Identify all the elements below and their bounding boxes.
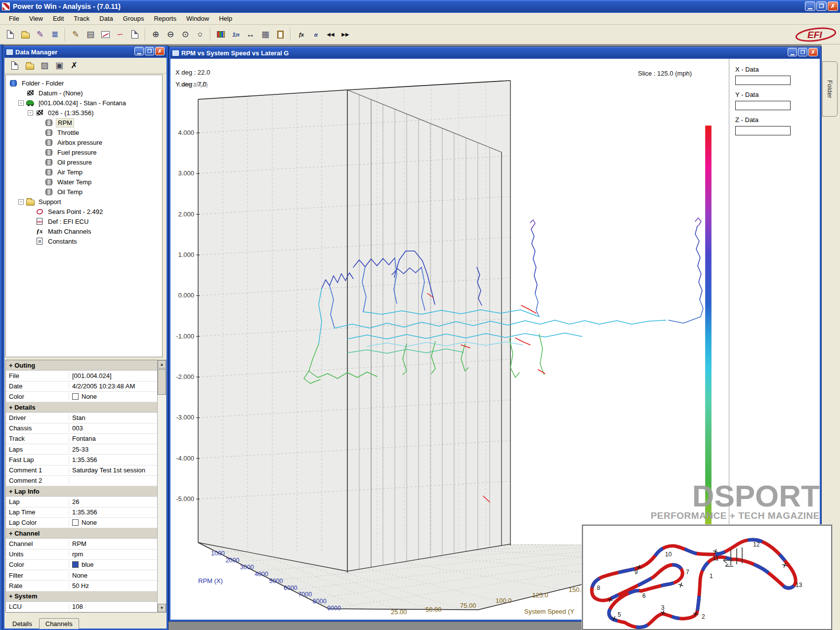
menu-track[interactable]: Track — [69, 13, 94, 24]
grid-row-laps[interactable]: Laps25-33 — [6, 444, 163, 455]
grid-row-rate[interactable]: Rate50 Hz — [6, 581, 163, 591]
menu-edit[interactable]: Edit — [48, 13, 69, 24]
menu-window[interactable]: Window — [181, 13, 214, 24]
scale-1n-icon[interactable]: 1:n — [229, 28, 243, 42]
span-width-icon[interactable]: ↔ — [244, 28, 257, 42]
details-grid-scrollbar[interactable]: ▲ ▼ — [157, 360, 167, 613]
tree-expander[interactable]: − — [28, 110, 33, 116]
print-icon[interactable]: ▤ — [84, 28, 97, 42]
tree-expander[interactable]: − — [18, 100, 24, 106]
grid-row-chassis[interactable]: Chassis003 — [6, 423, 163, 434]
scroll-thumb[interactable] — [158, 369, 166, 395]
tree-item-def-efi-ecu[interactable]: DEFDef : EFI ECU — [6, 216, 162, 226]
import-pen-icon[interactable]: ✎ — [33, 28, 47, 42]
tree-item-datum-none[interactable]: Datum - (None) — [6, 88, 162, 98]
frame-icon[interactable]: ▣ — [52, 59, 66, 73]
grid-row-color[interactable]: ColorNone — [6, 392, 163, 402]
tree-item-constants[interactable]: αConstants — [6, 236, 162, 246]
scroll-down-button[interactable]: ▼ — [158, 604, 166, 612]
grid-row-color[interactable]: Colorblue — [6, 560, 163, 570]
grid-row-track[interactable]: TrackFontana — [6, 434, 163, 444]
grid-section-lap-info[interactable]: + Lap Info — [6, 486, 163, 497]
delete-icon[interactable]: ✗ — [67, 59, 81, 73]
zoom-in-icon[interactable]: ⊕ — [149, 28, 163, 42]
tree-item-sears-point-2-492[interactable]: Sears Point - 2.492 — [6, 207, 162, 216]
maximize-button[interactable]: ❐ — [816, 1, 827, 11]
tree-item-math-channels[interactable]: ƒxMath Channels — [6, 226, 162, 236]
new-document-icon[interactable] — [3, 28, 17, 42]
grid-row-lap-time[interactable]: Lap Time1:35.356 — [6, 507, 163, 518]
minimize-button[interactable]: ▁ — [805, 1, 815, 11]
menu-file[interactable]: File — [4, 13, 24, 24]
grid-row-date[interactable]: Date4/2/2005 10:23:48 AM — [6, 381, 163, 392]
y-data-input[interactable] — [735, 101, 791, 110]
properties-icon[interactable]: ▨ — [38, 59, 51, 73]
grid-row-lap[interactable]: Lap26 — [6, 497, 163, 507]
step-forward-icon[interactable]: ▶▶ — [338, 28, 352, 42]
dm-close-button[interactable]: ✗ — [155, 47, 165, 55]
tab-details[interactable]: Details — [6, 619, 38, 629]
clipboard-icon[interactable] — [273, 28, 287, 42]
grid-row-lcu[interactable]: LCU108 — [6, 602, 163, 612]
tree-item-oil-temp[interactable]: Oil Temp — [6, 187, 162, 197]
grid-row-filter[interactable]: FilterNone — [6, 570, 163, 581]
chart-maximize-button[interactable]: ❐ — [798, 48, 807, 56]
edit-note-icon[interactable]: ✎ — [69, 28, 83, 42]
tree-item-fuel-pressure[interactable]: Fuel pressure — [6, 147, 162, 157]
grid-row-lap-color[interactable]: Lap ColorNone — [6, 518, 163, 528]
tree-item-throttle[interactable]: Throttle — [6, 127, 162, 137]
tree-item-rpm[interactable]: RPM — [6, 118, 162, 127]
zoom-page-icon[interactable]: ⊙ — [178, 28, 192, 42]
grid-row-channel[interactable]: ChannelRPM — [6, 539, 163, 549]
step-back-icon[interactable]: ◀◀ — [324, 28, 337, 42]
tree-item-support[interactable]: −Support — [6, 197, 162, 207]
menu-data[interactable]: Data — [94, 13, 118, 24]
open-folder-icon[interactable] — [23, 59, 37, 73]
grid-row-units[interactable]: Unitsrpm — [6, 549, 163, 560]
tree-item-water-temp[interactable]: Water Temp — [6, 177, 162, 187]
track-shape-icon[interactable]: ∽ — [113, 28, 127, 42]
zoom-out-icon[interactable]: ⊖ — [164, 28, 177, 42]
folder-side-tab[interactable]: Folder — [822, 61, 838, 117]
grid-section-outing[interactable]: + Outing — [6, 360, 163, 371]
grid-row-driver[interactable]: DriverStan — [6, 413, 163, 423]
grid-row-file[interactable]: File[001.004.024] — [6, 371, 163, 381]
tree-item-oil-pressure[interactable]: Oil pressure — [6, 157, 162, 167]
math-fx-icon[interactable]: ƒx — [294, 28, 308, 42]
data-manager-titlebar[interactable]: Data Manager ▁ ❐ ✗ — [4, 46, 167, 58]
tree-item-air-temp[interactable]: Air Temp — [6, 167, 162, 177]
export-list-icon[interactable]: ≣ — [48, 28, 62, 42]
chart-window-titlebar[interactable]: RPM vs System Speed vs Lateral G ▁ ❐ ✗ — [170, 47, 820, 59]
x-data-input[interactable] — [735, 76, 791, 85]
grid-section-channel[interactable]: + Channel — [6, 528, 163, 539]
z-data-input[interactable] — [735, 126, 791, 135]
menu-view[interactable]: View — [24, 13, 48, 24]
tab-channels[interactable]: Channels — [39, 618, 79, 629]
tree-expander[interactable]: − — [18, 199, 24, 205]
menu-reports[interactable]: Reports — [149, 13, 181, 24]
scroll-up-button[interactable]: ▲ — [158, 360, 166, 369]
copy-pages-icon[interactable] — [128, 28, 142, 42]
grid-section-system[interactable]: + System — [6, 591, 163, 602]
dm-maximize-button[interactable]: ❐ — [145, 47, 154, 55]
chart-close-button[interactable]: ✗ — [808, 48, 818, 56]
grid-row-comment-1[interactable]: Comment 1Saturday Test 1st session — [6, 465, 163, 476]
grid-row-fast-lap[interactable]: Fast Lap1:35.356 — [6, 455, 163, 465]
chart-minimize-button[interactable]: ▁ — [788, 48, 797, 56]
tree-item-folder-folder[interactable]: Folder - Folder — [6, 78, 162, 88]
tree-item-026-1-35-356[interactable]: −026 - (1:35.356) — [6, 108, 162, 118]
grid-diagonal-icon[interactable]: ▦ — [258, 28, 272, 42]
close-button[interactable]: ✗ — [828, 1, 838, 11]
menu-groups[interactable]: Groups — [118, 13, 149, 24]
tree-item-airbox-pressure[interactable]: Airbox pressure — [6, 137, 162, 147]
grid-section-details[interactable]: + Details — [6, 402, 163, 413]
menu-help[interactable]: Help — [214, 13, 237, 24]
tree-item-001-004-024-stan-fontana[interactable]: −[001.004.024] - Stan - Fontana — [6, 98, 162, 108]
chart-dropdown-icon[interactable] — [98, 28, 112, 42]
color-palette-icon[interactable] — [214, 28, 228, 42]
grid-row-comment-2[interactable]: Comment 2 — [6, 476, 163, 486]
open-folder-icon[interactable] — [18, 28, 32, 42]
constants-doc-icon[interactable]: α — [309, 28, 323, 42]
dm-minimize-button[interactable]: ▁ — [134, 47, 144, 55]
new-document-icon[interactable] — [8, 59, 22, 73]
